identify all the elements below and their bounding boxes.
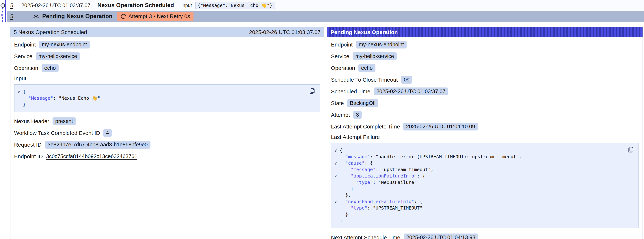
event-title: Nexus Operation Scheduled (98, 2, 174, 8)
collapse-chevron-icon[interactable]: ∨ (331, 173, 340, 179)
json-line: ∨{ (331, 147, 624, 154)
json-gutter (331, 186, 340, 192)
collapse-chevron-icon[interactable]: ∨ (331, 147, 340, 154)
field-value-badge: my-hello-service (352, 52, 397, 60)
field-label: Service (331, 53, 349, 60)
json-code: } (340, 211, 348, 218)
detail-field-row: Attempt3 (331, 110, 639, 119)
json-line: } (331, 211, 624, 218)
json-gutter (331, 192, 340, 198)
event-timestamp: 2025-02-26 UTC 01:03:37.07 (22, 2, 90, 8)
collapse-chevron-icon[interactable]: ∨ (14, 88, 23, 95)
json-gutter (331, 218, 340, 224)
event-detail-card-header: 5 Nexus Operation Scheduled 2025-02-26 U… (10, 27, 324, 37)
pending-asterisk-icon (33, 13, 39, 20)
json-gutter (331, 211, 340, 218)
field-value-badge: 4 (103, 129, 112, 137)
field-label: Next Attempt Schedule Time (331, 234, 400, 239)
field-value-badge: 2025-02-26 UTC 01:03:37.07 (374, 88, 448, 95)
json-line: "Message": "Nexus Echo 👋" (14, 95, 305, 102)
json-line: } (331, 218, 624, 224)
detail-field-row: Request ID3e829b7e-7d67-4b08-aad3-b1e868… (14, 140, 320, 149)
field-value-badge: my-nexus-endpoint (39, 41, 90, 48)
json-gutter (331, 179, 340, 186)
copy-icon[interactable] (627, 146, 634, 153)
json-line: "type": "NexusFailure" (331, 179, 624, 186)
field-label: Service (14, 53, 32, 60)
field-label: Workflow Task Completed Event ID (14, 130, 100, 136)
json-line: ∨{ (14, 88, 305, 95)
field-label: Scheduled Time (331, 88, 370, 94)
retry-badge-text: Attempt 3 • Next Retry 0s (128, 13, 190, 20)
retry-attempt-badge: Attempt 3 • Next Retry 0s (117, 12, 193, 21)
detail-field-row: Endpointmy-nexus-endpoint (14, 40, 320, 49)
retry-icon (120, 14, 126, 19)
field-value-badge: BackingOff (347, 99, 378, 107)
json-line: ∨ "cause": { (331, 160, 624, 166)
field-value-badge: 0s (401, 76, 412, 84)
event-row-nexus-operation-scheduled[interactable]: 5 2025-02-26 UTC 01:03:37.07 Nexus Opera… (7, 0, 644, 10)
failure-block-label: Last Attempt Failure (331, 134, 639, 140)
field-label: Endpoint (14, 42, 36, 48)
json-line: } (331, 186, 624, 192)
detail-field-row: StateBackingOff (331, 99, 639, 108)
field-value-badge: echo (42, 64, 58, 72)
field-label: Endpoint ID (14, 153, 43, 160)
pending-operation-card: Pending Nexus Operation Endpointmy-nexus… (327, 27, 643, 239)
field-value-badge: 3 (353, 111, 362, 119)
json-code: { (23, 88, 26, 95)
field-value-badge: echo (358, 64, 376, 72)
json-line: } (14, 102, 305, 108)
json-code: "nexusHandlerFailureInfo": { (340, 198, 422, 205)
card-header-title: 5 Nexus Operation Scheduled (14, 29, 87, 35)
field-label: Endpoint (331, 42, 352, 48)
event-input-chip: {"Message":"Nexus Echo 👋"} (195, 2, 275, 9)
detail-field-row: Scheduled Time2025-02-26 UTC 01:03:37.07 (331, 87, 639, 96)
field-label: Nexus Header (14, 118, 49, 124)
field-value-badge: present (52, 117, 76, 125)
json-gutter (331, 205, 340, 211)
json-code: } (340, 218, 342, 224)
event-row-pending-nexus-operation[interactable]: 5 Pending Nexus Operation Attempt 3 • Ne… (7, 10, 644, 22)
event-input-label: Input (181, 2, 192, 8)
field-label: Request ID (14, 142, 42, 148)
json-line: }, (331, 192, 624, 198)
timeline-node-current-icon (1, 14, 3, 16)
detail-field-row: Last Attempt Complete Time2025-02-26 UTC… (331, 122, 639, 131)
json-code: "type": "UPSTREAM_TIMEOUT" (340, 205, 422, 211)
json-gutter (14, 102, 23, 108)
event-id-link[interactable]: 5 (10, 13, 13, 20)
copy-icon[interactable] (308, 88, 316, 95)
detail-field-row: Next Attempt Schedule Time2025-02-26 UTC… (331, 233, 639, 239)
workflow-event-history-screen: 5 2025-02-26 UTC 01:03:37.07 Nexus Opera… (0, 0, 644, 239)
detail-field-row: Endpointmy-nexus-endpoint (331, 40, 639, 49)
json-line: ∨ "applicationFailureInfo": { (331, 173, 624, 179)
json-code: "cause": { (340, 160, 373, 166)
json-gutter (14, 95, 23, 102)
field-value-badge: my-nexus-endpoint (356, 41, 406, 48)
field-label: Operation (14, 65, 38, 71)
pending-event-title: Pending Nexus Operation (42, 13, 112, 20)
detail-field-row: Workflow Task Completed Event ID4 (14, 129, 320, 137)
field-label: Attempt (331, 112, 350, 118)
collapse-chevron-icon[interactable]: ∨ (331, 160, 340, 166)
field-label: State (331, 100, 344, 106)
field-value-badge: 2025-02-26 UTC 01:04:13.93 (404, 234, 478, 239)
card-header-timestamp: 2025-02-26 UTC 01:03:37.07 (249, 29, 320, 35)
json-line: "message": "upstream timeout", (331, 166, 624, 173)
timeline-active-bar (5, 0, 6, 22)
event-id-link[interactable]: 5 (10, 2, 13, 8)
collapse-chevron-icon[interactable]: ∨ (331, 198, 340, 205)
detail-field-row: Schedule To Close Timeout0s (331, 76, 639, 84)
json-code: }, (340, 192, 351, 198)
json-code: { (340, 147, 342, 154)
field-value-link[interactable]: 3c0c75ccfa8144b092c13ce632463761 (46, 153, 137, 160)
detail-field-row: Endpoint ID3c0c75ccfa8144b092c13ce632463… (14, 152, 320, 161)
detail-field-row: Servicemy-hello-service (14, 52, 320, 60)
json-gutter (331, 166, 340, 173)
field-value-badge: 3e829b7e-7d67-4b08-aad3-b1e868bfe9e0 (45, 141, 150, 148)
card-header-title: Pending Nexus Operation (330, 29, 398, 35)
timeline-node-open-icon (0, 3, 5, 8)
json-code: "message": "handler error (UPSTREAM_TIME… (340, 154, 522, 160)
json-line: "type": "UPSTREAM_TIMEOUT" (331, 205, 624, 211)
